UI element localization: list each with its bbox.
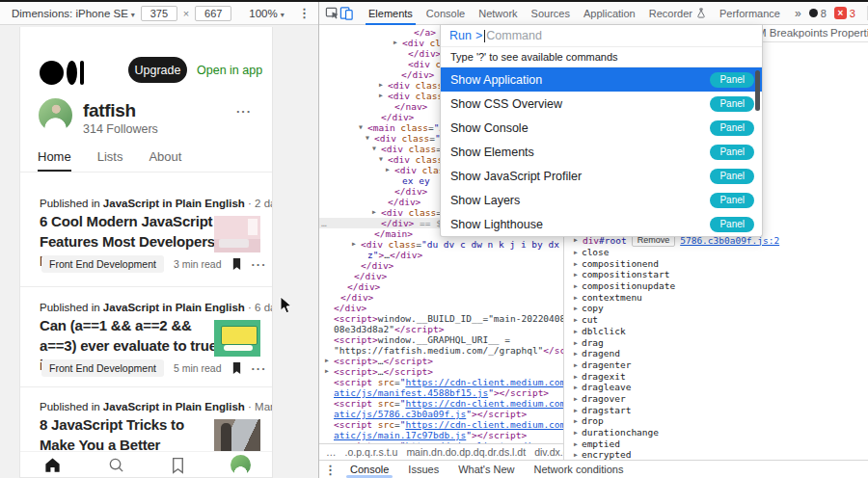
article-thumbnail[interactable] bbox=[214, 216, 260, 252]
more-tabs-button[interactable]: » bbox=[787, 7, 809, 20]
breadcrumb-item[interactable]: … bbox=[326, 446, 337, 458]
code-line[interactable]: ▶<div class="du dv c dw n k j i by dx dy… bbox=[319, 239, 563, 250]
code-line[interactable]: </div> bbox=[319, 271, 563, 281]
palette-item-show-application[interactable]: Show ApplicationPanel bbox=[441, 67, 762, 92]
expand-arrow-icon[interactable]: ▶ bbox=[325, 356, 329, 366]
bookmarks-icon[interactable] bbox=[171, 457, 185, 474]
expand-arrow-icon[interactable]: ▶ bbox=[574, 294, 578, 302]
expand-arrow-icon[interactable]: ▼ bbox=[366, 133, 369, 144]
code-line[interactable]: atic/js/manifest.4588bf15.js"></script> bbox=[319, 387, 563, 398]
drawer-tab-network-conditions[interactable]: Network conditions bbox=[525, 461, 634, 478]
event-listener-item[interactable]: ▶dragend bbox=[564, 348, 868, 359]
expand-arrow-icon[interactable]: ▶ bbox=[574, 429, 578, 437]
console-messages-badge[interactable]: 8 bbox=[809, 8, 827, 19]
expand-arrow-icon[interactable]: ▶ bbox=[574, 260, 578, 268]
article-tag[interactable]: Front End Development bbox=[41, 359, 164, 377]
palette-item-show-layers[interactable]: Show LayersPanel bbox=[441, 188, 762, 212]
expand-arrow-icon[interactable]: ▶ bbox=[574, 316, 578, 324]
expand-arrow-icon[interactable]: ▶ bbox=[386, 165, 390, 175]
event-listener-item[interactable]: ▶dragstart bbox=[564, 405, 868, 416]
code-line[interactable]: <script src="https://cdn-client.medium.c… bbox=[319, 419, 563, 430]
event-listener-item[interactable]: ▶compositionstart bbox=[564, 269, 868, 280]
medium-logo[interactable] bbox=[40, 60, 84, 85]
palette-item-show-console[interactable]: Show ConsolePanel bbox=[441, 116, 762, 140]
breadcrumb-item[interactable]: main.dn.do.dp.dq.dr.ds.l.dt bbox=[406, 446, 526, 458]
code-line[interactable]: <script src="https://cdn-client.medium.c… bbox=[319, 398, 563, 409]
expand-arrow-icon[interactable]: ▶ bbox=[574, 373, 578, 381]
code-line[interactable]: <script>window.__GRAPHQL_URI__ = bbox=[319, 334, 563, 345]
sidebar-tab-properties[interactable]: Properties bbox=[830, 27, 868, 39]
expand-arrow-icon[interactable]: ▶ bbox=[574, 249, 578, 256]
expand-arrow-icon[interactable]: ▶ bbox=[379, 80, 383, 91]
event-listener-item[interactable]: ▶drop bbox=[564, 415, 868, 427]
bookmark-icon[interactable] bbox=[231, 257, 242, 271]
event-listener-item[interactable]: ▶dragleave bbox=[564, 382, 868, 393]
devtools-tab-performance[interactable]: Performance bbox=[713, 2, 787, 25]
event-listener-item[interactable]: ▶contextmenu bbox=[564, 292, 868, 304]
drawer-menu-icon[interactable] bbox=[324, 463, 337, 477]
zoom-select[interactable]: 100% bbox=[249, 8, 284, 19]
breadcrumb-item[interactable]: div.dx.o.ce.c bbox=[534, 446, 563, 458]
event-listener-item[interactable]: ▶dblclick bbox=[564, 326, 868, 337]
event-listener-item[interactable]: ▶close bbox=[564, 247, 868, 258]
expand-arrow-icon[interactable]: ▶ bbox=[574, 395, 578, 403]
code-line[interactable]: atic/js/main.17c97bdb.js"></script> bbox=[319, 430, 563, 440]
expand-arrow-icon[interactable]: ▶ bbox=[393, 38, 397, 48]
drawer-tab-console[interactable]: Console bbox=[340, 461, 398, 478]
device-toolbar-menu-icon[interactable] bbox=[298, 6, 311, 20]
drawer-tab-what-s-new[interactable]: What's New bbox=[448, 461, 524, 478]
article-tag[interactable]: Front End Development bbox=[41, 255, 164, 273]
profile-tab-home[interactable]: Home bbox=[38, 149, 71, 172]
code-line[interactable]: </div> bbox=[319, 260, 563, 271]
article-meta[interactable]: Published in JavaScript in Plain English… bbox=[40, 401, 264, 412]
profile-overflow-menu[interactable]: ··· bbox=[236, 104, 252, 119]
profile-tab-about[interactable]: About bbox=[149, 149, 181, 172]
issues-badge[interactable]: 3 bbox=[834, 7, 855, 19]
line-overflow-icon[interactable]: … bbox=[321, 218, 327, 228]
expand-arrow-icon[interactable]: ▼ bbox=[379, 154, 383, 165]
article-meta[interactable]: Published in JavaScript in Plain English… bbox=[40, 302, 264, 313]
expand-arrow-icon[interactable]: ▶ bbox=[574, 236, 578, 244]
palette-item-show-javascript-profiler[interactable]: Show JavaScript ProfilerPanel bbox=[441, 164, 762, 188]
breadcrumb-item[interactable]: .o.p.q.r.s.t.u bbox=[345, 446, 398, 458]
code-line[interactable]: "https://fatfish.medium.com/_/graphql"</… bbox=[319, 345, 563, 356]
article-overflow-menu[interactable]: ··· bbox=[252, 257, 267, 272]
devtools-tab-application[interactable]: Application bbox=[577, 2, 642, 25]
code-line[interactable]: z">…</div> bbox=[319, 250, 563, 260]
expand-arrow-icon[interactable]: ▶ bbox=[574, 384, 578, 391]
search-icon[interactable] bbox=[107, 456, 125, 474]
expand-arrow-icon[interactable]: ▶ bbox=[574, 271, 578, 279]
devtools-tab-sources[interactable]: Sources bbox=[525, 2, 577, 25]
drawer-tab-issues[interactable]: Issues bbox=[398, 461, 448, 478]
event-listener-item[interactable]: ▶compositionend bbox=[564, 258, 868, 270]
expand-arrow-icon[interactable]: ▶ bbox=[574, 282, 578, 290]
code-line[interactable]: ▶<script>…</script> bbox=[319, 356, 563, 366]
code-line[interactable]: </div> bbox=[319, 292, 563, 303]
event-listener-item[interactable]: ▶drag bbox=[564, 337, 868, 349]
code-line[interactable]: </div> bbox=[319, 303, 563, 313]
expand-arrow-icon[interactable]: ▶ bbox=[574, 305, 578, 312]
article-meta[interactable]: Published in JavaScript in Plain English… bbox=[40, 198, 264, 209]
palette-item-show-css-overview[interactable]: Show CSS OverviewPanel bbox=[441, 92, 762, 116]
expand-arrow-icon[interactable]: ▶ bbox=[372, 207, 376, 218]
event-listener-item[interactable]: ▶compositionupdate bbox=[564, 280, 868, 292]
devtools-tab-recorder[interactable]: Recorder bbox=[642, 2, 713, 25]
devtools-tab-network[interactable]: Network bbox=[472, 2, 524, 25]
event-listener-item[interactable]: ▶copy bbox=[564, 303, 868, 314]
profile-tab-lists[interactable]: Lists bbox=[97, 149, 123, 172]
profile-avatar[interactable] bbox=[39, 98, 72, 132]
expand-arrow-icon[interactable]: ▶ bbox=[325, 366, 329, 377]
expand-arrow-icon[interactable]: ▼ bbox=[359, 122, 363, 133]
code-line[interactable]: ▶<script>…</script> bbox=[319, 366, 563, 377]
expand-arrow-icon[interactable]: ▶ bbox=[574, 451, 578, 459]
profile-nav-avatar[interactable] bbox=[231, 455, 251, 475]
event-listener-item[interactable]: ▶dragover bbox=[564, 393, 868, 405]
expand-arrow-icon[interactable]: ▶ bbox=[574, 361, 578, 369]
device-type-select[interactable]: Dimensions: iPhone SE bbox=[12, 8, 135, 19]
viewport-width-input[interactable] bbox=[141, 6, 177, 21]
expand-arrow-icon[interactable]: ▶ bbox=[574, 328, 578, 335]
code-line[interactable]: 08e3d3d8a2"</script> bbox=[319, 324, 563, 334]
command-input-row[interactable]: Run > Command bbox=[441, 25, 762, 47]
palette-scrollbar[interactable] bbox=[755, 70, 760, 111]
code-line[interactable]: <script src="https://cdn-client.medium.c… bbox=[319, 377, 563, 387]
